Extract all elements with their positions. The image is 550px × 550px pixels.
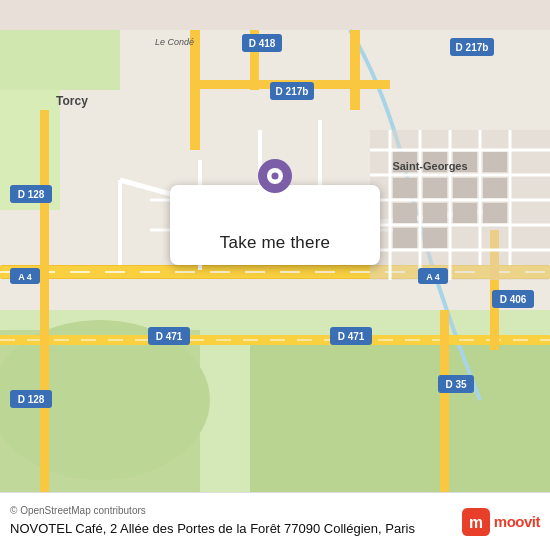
svg-text:D 418: D 418	[249, 38, 276, 49]
svg-text:D 128: D 128	[18, 189, 45, 200]
button-container: Take me there	[170, 185, 380, 265]
take-me-there-button[interactable]: Take me there	[220, 233, 330, 253]
svg-rect-53	[423, 228, 447, 248]
svg-text:D 471: D 471	[338, 331, 365, 342]
svg-rect-7	[0, 30, 120, 90]
svg-text:D 471: D 471	[156, 331, 183, 342]
svg-text:Torcy: Torcy	[56, 94, 88, 108]
svg-text:D 217b: D 217b	[276, 86, 309, 97]
svg-rect-19	[440, 310, 449, 520]
svg-rect-45	[423, 178, 447, 198]
svg-text:A 4: A 4	[18, 272, 32, 282]
svg-point-5	[290, 355, 550, 505]
svg-rect-52	[393, 228, 417, 248]
svg-rect-49	[423, 203, 447, 223]
location-name: NOVOTEL Café, 2 Allée des Portes de la F…	[10, 520, 452, 538]
bottom-bar: © OpenStreetMap contributors NOVOTEL Caf…	[0, 492, 550, 550]
svg-text:D 406: D 406	[500, 294, 527, 305]
svg-text:D 217b: D 217b	[456, 42, 489, 53]
moovit-icon: m	[462, 508, 490, 536]
svg-rect-48	[393, 203, 417, 223]
svg-rect-17	[40, 110, 49, 330]
svg-text:A 4: A 4	[426, 272, 440, 282]
map-container: D 418 D 217b D 217b D 128 A 4 A 4 D 406 …	[0, 0, 550, 550]
location-pin-icon	[252, 157, 298, 203]
svg-rect-51	[483, 203, 507, 223]
svg-rect-18	[40, 320, 49, 520]
osm-credit: © OpenStreetMap contributors	[10, 505, 452, 516]
svg-rect-47	[483, 178, 507, 198]
svg-rect-43	[483, 152, 507, 172]
svg-point-81	[272, 173, 279, 180]
svg-text:D 128: D 128	[18, 394, 45, 405]
svg-rect-46	[453, 178, 477, 198]
moovit-logo: m moovit	[462, 508, 540, 536]
bottom-info: © OpenStreetMap contributors NOVOTEL Caf…	[10, 505, 452, 538]
svg-rect-44	[393, 178, 417, 198]
svg-text:Le Condé: Le Condé	[155, 37, 194, 47]
moovit-brand-text: moovit	[494, 513, 540, 530]
map-background: D 418 D 217b D 217b D 128 A 4 A 4 D 406 …	[0, 0, 550, 550]
svg-rect-13	[190, 30, 200, 150]
svg-rect-14	[350, 30, 360, 110]
svg-rect-50	[453, 203, 477, 223]
svg-text:m: m	[469, 514, 483, 531]
svg-text:Saint-Georges: Saint-Georges	[392, 160, 467, 172]
svg-text:D 35: D 35	[445, 379, 467, 390]
